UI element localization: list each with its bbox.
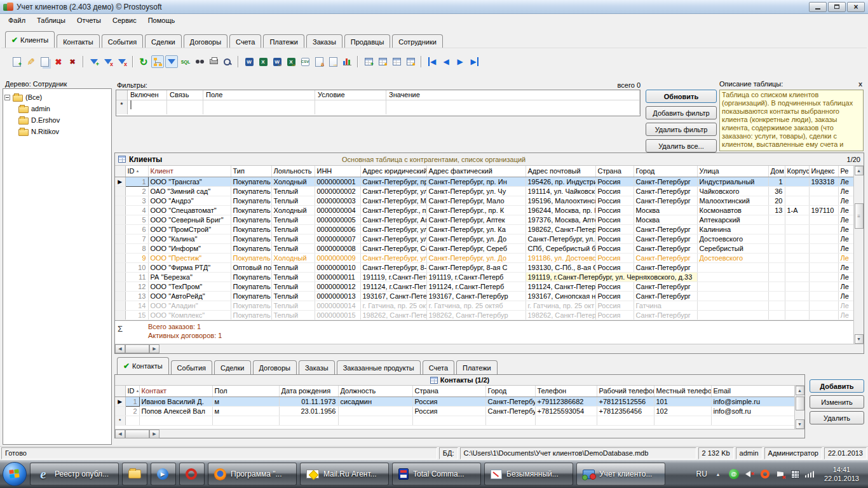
col-header-7[interactable]: Телефон bbox=[535, 386, 597, 396]
delete-filter-button[interactable]: Удалить фильтр bbox=[646, 123, 717, 136]
cell[interactable]: Теплый bbox=[271, 272, 315, 281]
cell[interactable] bbox=[809, 301, 838, 310]
cell[interactable]: Россия bbox=[595, 262, 634, 272]
cell[interactable]: Холодный bbox=[271, 253, 315, 262]
print-icon[interactable] bbox=[207, 55, 220, 68]
edit-contact-button[interactable]: Изменить bbox=[810, 395, 864, 409]
cell[interactable]: Достоевского bbox=[697, 253, 768, 262]
cell[interactable]: +79112386682 bbox=[535, 396, 597, 406]
cell[interactable]: 196244, Москва, пр. К bbox=[526, 205, 595, 215]
filter-col-1[interactable]: Связь bbox=[167, 90, 203, 100]
scroll-thumb[interactable] bbox=[125, 430, 149, 438]
cell[interactable]: ООО "Фирма РТД" bbox=[148, 262, 231, 272]
refresh-icon[interactable] bbox=[137, 55, 150, 68]
cell[interactable]: Санкт-Петербург, 8-ая Сов bbox=[360, 262, 426, 272]
cell[interactable]: Санкт-Петербург bbox=[634, 243, 697, 253]
nav-last-icon[interactable]: ▶ bbox=[468, 55, 480, 68]
cell[interactable]: ООО "Трансгаз" bbox=[148, 177, 231, 186]
cell[interactable] bbox=[809, 243, 838, 253]
filter-panel-icon[interactable] bbox=[165, 55, 178, 68]
table-row[interactable]: 5ООО "Северный Бриг"ПокупательТеплый0000… bbox=[115, 215, 853, 224]
cell[interactable]: Теплый bbox=[271, 215, 315, 224]
cell[interactable]: 23.01.1956 bbox=[279, 406, 338, 416]
cell[interactable]: Ле bbox=[838, 177, 853, 186]
cell[interactable]: Москва bbox=[634, 205, 697, 215]
cell[interactable]: Ле bbox=[838, 224, 853, 234]
cell[interactable]: 197376, Москва, Апте bbox=[526, 215, 595, 224]
subtab-7[interactable]: Платежи bbox=[456, 360, 498, 374]
cell[interactable]: ООО "АвтоРейд" bbox=[148, 291, 231, 301]
col-header-5[interactable]: Страна bbox=[412, 386, 485, 396]
cell[interactable] bbox=[785, 177, 809, 186]
cell[interactable]: 0000000015 bbox=[315, 310, 360, 320]
language-indicator[interactable]: RU bbox=[696, 470, 707, 478]
cell[interactable]: 193167, Санкт-Петербург, bbox=[360, 291, 426, 301]
cell[interactable]: Санкт-Петербург, ул. До bbox=[426, 253, 526, 262]
cell[interactable]: Гатчина bbox=[634, 301, 697, 310]
cell[interactable]: Санкт-Петербург bbox=[634, 177, 697, 186]
table-row[interactable]: 9ООО "Престиж"ПокупательХолодный00000000… bbox=[115, 253, 853, 262]
cell[interactable]: Санкт-Петербург, ул. До bbox=[426, 234, 526, 243]
cell[interactable]: Санкт-Петербург, ул. Кали bbox=[360, 224, 426, 234]
table-row[interactable]: 14ООО "Аладин"ПокупательТеплый0000000014… bbox=[115, 301, 853, 310]
export-report-icon[interactable]: → bbox=[327, 55, 339, 68]
cell[interactable]: Санкт-Петербург., пр. К bbox=[426, 205, 526, 215]
contacts-vertical-scrollbar[interactable]: ▲ ▼ bbox=[794, 386, 804, 429]
cell[interactable]: Санкт-Петербург, пр. Инд bbox=[360, 177, 426, 186]
cell[interactable]: м bbox=[212, 396, 279, 406]
cell[interactable]: 20 bbox=[768, 196, 785, 205]
cell[interactable]: Санкт-Петербург bbox=[634, 186, 697, 196]
cell[interactable]: Покупатель bbox=[231, 196, 271, 205]
opera-tray-icon[interactable] bbox=[761, 470, 770, 478]
cell[interactable]: 9 bbox=[125, 253, 148, 262]
cell[interactable] bbox=[768, 234, 785, 243]
taskbar-clock[interactable]: 14:41 22.01.2013 bbox=[820, 465, 863, 483]
cell[interactable] bbox=[212, 416, 279, 425]
cell[interactable]: 0000000007 bbox=[315, 234, 360, 243]
filter-col-3[interactable]: Условие bbox=[315, 90, 386, 100]
flag-icon[interactable] bbox=[775, 469, 785, 479]
cell[interactable] bbox=[338, 416, 412, 425]
scroll-right-icon[interactable]: ▶ bbox=[149, 344, 159, 353]
cell[interactable]: Ле bbox=[838, 205, 853, 215]
cell[interactable] bbox=[768, 243, 785, 253]
menu-item-3[interactable]: Сервис bbox=[107, 15, 142, 25]
cell[interactable]: 0000000011 bbox=[315, 272, 360, 281]
cell[interactable]: 12 bbox=[125, 281, 148, 291]
delete-all-icon[interactable] bbox=[66, 55, 79, 68]
col-header-8[interactable]: Рабочий телефон bbox=[597, 386, 654, 396]
menu-item-2[interactable]: Отчеты bbox=[71, 15, 107, 25]
cell[interactable]: Теплый bbox=[271, 186, 315, 196]
cell[interactable]: ООО "Северный Бриг" bbox=[148, 215, 231, 224]
col-header-3[interactable]: Лояльность bbox=[271, 166, 315, 177]
minimize-button[interactable] bbox=[809, 2, 827, 12]
col-header-1[interactable]: Контакт bbox=[139, 386, 212, 396]
cell[interactable] bbox=[597, 416, 654, 425]
cell[interactable]: ООО "Аладин" bbox=[148, 301, 231, 310]
col-header-10[interactable]: Email bbox=[711, 386, 794, 396]
cell[interactable]: Покупатель bbox=[231, 186, 271, 196]
export-excel-icon[interactable]: X bbox=[257, 55, 269, 68]
tab-1[interactable]: Контакты bbox=[57, 34, 100, 48]
cell[interactable] bbox=[785, 196, 809, 205]
table-row[interactable]: 10ООО "Фирма РТД"Оптовый покТеплый000000… bbox=[115, 262, 853, 272]
cell[interactable]: Ле bbox=[838, 234, 853, 243]
refresh-button[interactable]: Обновить bbox=[646, 90, 717, 103]
cell[interactable]: г. Гатчина, пр. 25 окт bbox=[526, 301, 595, 310]
tab-6[interactable]: Платежи bbox=[263, 34, 304, 48]
tab-0[interactable]: Клиенты bbox=[5, 31, 55, 48]
cell[interactable]: ООО "ТехПром" bbox=[148, 281, 231, 291]
tree-item-root[interactable]: (Все) bbox=[4, 92, 110, 103]
cell[interactable]: 191186, ул. Достоевс bbox=[526, 253, 595, 262]
table-row[interactable]: 12ООО "ТехПром"ПокупательТеплый000000001… bbox=[115, 281, 853, 291]
col-header-14[interactable]: Ре bbox=[838, 166, 853, 177]
cell[interactable]: Теплый bbox=[271, 310, 315, 320]
cell[interactable]: Ле bbox=[838, 291, 853, 301]
filter-delete-icon[interactable]: x bbox=[102, 55, 114, 68]
cell[interactable]: ООО "Андрэ" bbox=[148, 196, 231, 205]
taskbar-button-opera[interactable] bbox=[179, 463, 205, 485]
cell[interactable]: 193167, Санкт-Петербур bbox=[426, 291, 526, 301]
cell[interactable]: 191124, г.Санкт-Петербур bbox=[360, 281, 426, 291]
cell[interactable] bbox=[768, 310, 785, 320]
cell[interactable]: 1 bbox=[125, 396, 139, 406]
